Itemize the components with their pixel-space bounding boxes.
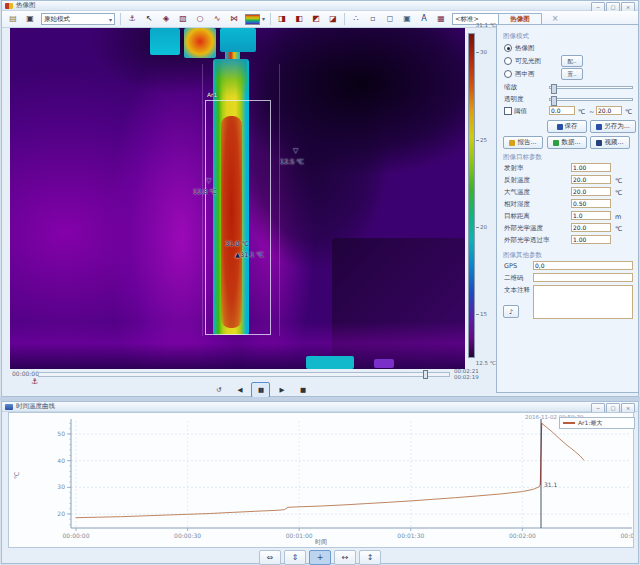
zoom-vertical-button[interactable]: ⇕ — [284, 550, 306, 565]
gps-input[interactable] — [533, 261, 633, 270]
hot-object-top — [184, 28, 216, 58]
color-scale-tickmark — [476, 227, 479, 228]
anchor-tool-icon: ⚓ — [128, 15, 135, 23]
replay-icon: ↺ — [216, 386, 220, 394]
layout-single-button[interactable]: ▫ — [365, 11, 381, 27]
data-button[interactable]: 数据... — [547, 136, 587, 149]
polyline-roi-tool-icon: ∿ — [214, 15, 221, 23]
save-button[interactable]: 保存 — [547, 120, 587, 133]
stop-button[interactable]: ■ — [293, 382, 312, 398]
text-annotation-button[interactable]: A — [416, 11, 432, 27]
anchor-tool-button[interactable]: ⚓ — [124, 11, 140, 27]
spot-readout-button[interactable]: ∴ — [348, 11, 364, 27]
zoom-slider[interactable] — [549, 86, 633, 89]
svg-text:50: 50 — [57, 430, 65, 437]
thermal-image-canvas[interactable]: Ar1 ▽ 12.5 ℃ ▽ 12.8 ℃ 31.0 ℃ ▲31.1 ℃ — [10, 28, 465, 369]
threshold-high-input[interactable] — [596, 106, 622, 115]
cursor-tool-icon: ↖ — [146, 15, 153, 23]
section-target-params: 图像目标参数 — [503, 153, 542, 162]
zoom-horizontal-icon: ⇔ — [267, 553, 274, 562]
param-input[interactable] — [571, 199, 611, 208]
main-titlebar: 热像图 −□× — [2, 1, 638, 11]
video-icon — [596, 140, 602, 146]
spot-readout-icon: ∴ — [353, 15, 358, 23]
radio-visible[interactable] — [504, 57, 512, 65]
param-input[interactable] — [571, 235, 611, 244]
speaker-icon: ♪ — [509, 308, 513, 316]
color-scale-ticklabel: 25 — [480, 137, 487, 143]
spot-tool-button[interactable]: ◈ — [158, 11, 174, 27]
param-input[interactable] — [571, 187, 611, 196]
open-file-button[interactable]: ▤ — [5, 11, 21, 27]
video-button[interactable]: 视频... — [590, 136, 630, 149]
cold-marker-left-label: 12.8 ℃ — [193, 188, 217, 196]
param-row: 外部光学温度℃ — [497, 223, 638, 234]
replay-button[interactable]: ↺ — [209, 382, 228, 398]
timeline-track[interactable] — [38, 372, 450, 377]
radio-thermal[interactable] — [504, 44, 512, 52]
zoom-slider-thumb[interactable] — [551, 84, 557, 94]
scale-vertical-button[interactable]: ↕ — [359, 550, 381, 565]
isotherm-above-icon: ◨ — [278, 15, 286, 23]
close-icon: × — [626, 4, 630, 10]
color-scale: 31.1 ℃ 30252015 12.5 ℃ — [465, 28, 496, 369]
zoom-slider-label: 缩放 — [504, 83, 517, 92]
palette-select-button[interactable]: ▾ — [243, 11, 267, 27]
playback-controls: ↺◀▮▮▶■ — [209, 382, 312, 398]
timeline-total-time: 00:02:19 — [454, 374, 479, 380]
pause-icon: ▮▮ — [258, 386, 263, 394]
opacity-slider[interactable] — [549, 98, 633, 101]
param-label: 外部光学温度 — [504, 224, 543, 233]
param-input[interactable] — [571, 163, 611, 172]
scale-horizontal-button[interactable]: ↔ — [334, 550, 356, 565]
isotherm-outside-button[interactable]: ◪ — [325, 11, 341, 27]
isotherm-interval-icon: ◩ — [312, 15, 320, 23]
cold-marker-left-icon[interactable]: ▽ — [206, 178, 211, 185]
color-scale-bar[interactable] — [468, 33, 475, 358]
param-input[interactable] — [571, 211, 611, 220]
save-as-button[interactable]: 另存为... — [590, 120, 636, 133]
polygon-roi-tool-button[interactable]: ⋈ — [226, 11, 242, 27]
rect-roi-tool-button[interactable]: ▧ — [175, 11, 191, 27]
layout-double-button[interactable]: ◻ — [382, 11, 398, 27]
isotherm-below-button[interactable]: ◧ — [291, 11, 307, 27]
temperature-chart[interactable]: 2030405000:00:0000:00:3000:01:0000:01:30… — [9, 413, 633, 547]
cursor-tool-button[interactable]: ↖ — [141, 11, 157, 27]
text-note-area[interactable] — [533, 285, 633, 319]
video-button-label: 视频... — [604, 138, 623, 147]
isotherm-interval-button[interactable]: ◩ — [308, 11, 324, 27]
restore-icon: □ — [611, 4, 616, 10]
visible-config-button[interactable]: 配.. — [561, 55, 583, 67]
pan-button[interactable]: + — [309, 550, 331, 565]
legend-label: Ar1:最大 — [578, 419, 602, 428]
hot-max-label: ▲31.1 ℃ — [235, 251, 264, 259]
opacity-slider-thumb[interactable] — [551, 96, 557, 106]
color-scale-ticklabel: 20 — [480, 224, 487, 230]
threshold-checkbox[interactable] — [504, 107, 512, 115]
timeline-start-time: 00:00:00 — [12, 370, 39, 377]
grid-view-button[interactable]: ▦ — [433, 11, 449, 27]
zoom-horizontal-button[interactable]: ⇔ — [259, 550, 281, 565]
save-file-button[interactable]: ▣ — [22, 11, 38, 27]
radio-pip[interactable] — [504, 70, 512, 78]
timeline-handle[interactable] — [423, 370, 428, 379]
qr-code-input[interactable] — [533, 273, 633, 282]
report-button[interactable]: 报告... — [503, 136, 543, 149]
threshold-low-input[interactable] — [549, 106, 575, 115]
ellipse-roi-tool-button[interactable]: ○ — [192, 11, 208, 27]
audio-note-button[interactable]: ♪ — [503, 305, 519, 318]
threshold-tilde: ~ — [589, 108, 594, 116]
step-back-button[interactable]: ◀ — [230, 382, 249, 398]
param-input[interactable] — [571, 223, 611, 232]
layout-grid-button[interactable]: ▣ — [399, 11, 415, 27]
pip-config-button[interactable]: 置.. — [561, 68, 583, 80]
mode-select[interactable]: 原始模式▾ — [41, 13, 115, 25]
isotherm-above-button[interactable]: ◨ — [274, 11, 290, 27]
step-forward-button[interactable]: ▶ — [272, 382, 291, 398]
pan-icon: + — [317, 553, 324, 562]
param-input[interactable] — [571, 175, 611, 184]
polyline-roi-tool-button[interactable]: ∿ — [209, 11, 225, 27]
ar1-region-rect[interactable] — [205, 100, 271, 335]
cold-marker-right-icon[interactable]: ▽ — [293, 148, 298, 155]
pause-button[interactable]: ▮▮ — [251, 382, 270, 398]
